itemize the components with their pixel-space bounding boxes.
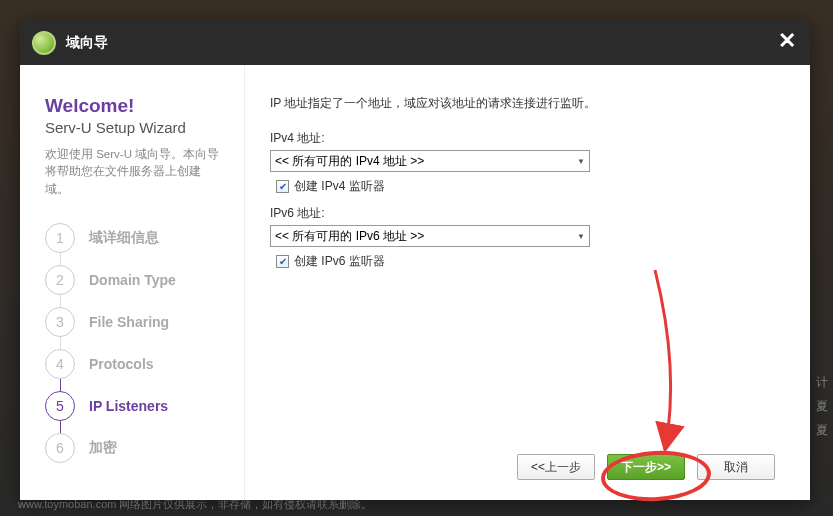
step-protocols[interactable]: 4 Protocols xyxy=(45,349,224,379)
welcome-title: Welcome! xyxy=(45,95,224,117)
chevron-down-icon: ▼ xyxy=(577,232,585,241)
step-encryption[interactable]: 6 加密 xyxy=(45,433,224,463)
back-button[interactable]: <<上一步 xyxy=(517,454,595,480)
background-stats: 计 夏 夏 xyxy=(816,370,828,442)
ipv6-listener-checkbox-row[interactable]: ✔ 创建 IPv6 监听器 xyxy=(276,253,775,270)
next-button[interactable]: 下一步>> xyxy=(607,454,685,480)
wizard-steps: 1 域详细信息 2 Domain Type 3 File Sharing 4 P… xyxy=(45,223,224,463)
ipv6-address-dropdown[interactable]: << 所有可用的 IPv6 地址 >> ▼ xyxy=(270,225,590,247)
ipv4-listener-checkbox-row[interactable]: ✔ 创建 IPv4 监听器 xyxy=(276,178,775,195)
step-ip-listeners[interactable]: 5 IP Listeners xyxy=(45,391,224,421)
ipv6-label: IPv6 地址: xyxy=(270,205,775,222)
ipv4-group: IPv4 地址: << 所有可用的 IPv4 地址 >> ▼ ✔ 创建 IPv4… xyxy=(270,130,775,195)
ipv4-address-dropdown[interactable]: << 所有可用的 IPv4 地址 >> ▼ xyxy=(270,150,590,172)
wizard-footer: <<上一步 下一步>> 取消 xyxy=(270,439,775,480)
wizard-sidebar: Welcome! Serv-U Setup Wizard 欢迎使用 Serv-U… xyxy=(20,65,245,500)
step-file-sharing[interactable]: 3 File Sharing xyxy=(45,307,224,337)
close-icon[interactable]: ✕ xyxy=(778,30,796,52)
ipv6-checkbox-label: 创建 IPv6 监听器 xyxy=(294,253,385,270)
ipv4-listener-checkbox[interactable]: ✔ xyxy=(276,180,289,193)
step-domain-type[interactable]: 2 Domain Type xyxy=(45,265,224,295)
dialog-body: Welcome! Serv-U Setup Wizard 欢迎使用 Serv-U… xyxy=(20,65,810,500)
welcome-description: 欢迎使用 Serv-U 域向导。本向导将帮助您在文件服务器上创建域。 xyxy=(45,146,224,198)
dialog-title: 域向导 xyxy=(66,34,108,52)
serv-u-logo-icon xyxy=(32,31,56,55)
dialog-header: 域向导 ✕ xyxy=(20,20,810,65)
ipv4-label: IPv4 地址: xyxy=(270,130,775,147)
wizard-main: IP 地址指定了一个地址，域应对该地址的请求连接进行监听。 IPv4 地址: <… xyxy=(245,65,810,500)
welcome-subtitle: Serv-U Setup Wizard xyxy=(45,119,224,136)
wizard-dialog: 域向导 ✕ Welcome! Serv-U Setup Wizard 欢迎使用 … xyxy=(20,20,810,500)
chevron-down-icon: ▼ xyxy=(577,157,585,166)
instruction-text: IP 地址指定了一个地址，域应对该地址的请求连接进行监听。 xyxy=(270,95,775,112)
cancel-button[interactable]: 取消 xyxy=(697,454,775,480)
step-domain-details[interactable]: 1 域详细信息 xyxy=(45,223,224,253)
ipv4-checkbox-label: 创建 IPv4 监听器 xyxy=(294,178,385,195)
ipv6-group: IPv6 地址: << 所有可用的 IPv6 地址 >> ▼ ✔ 创建 IPv6… xyxy=(270,205,775,270)
ipv6-listener-checkbox[interactable]: ✔ xyxy=(276,255,289,268)
